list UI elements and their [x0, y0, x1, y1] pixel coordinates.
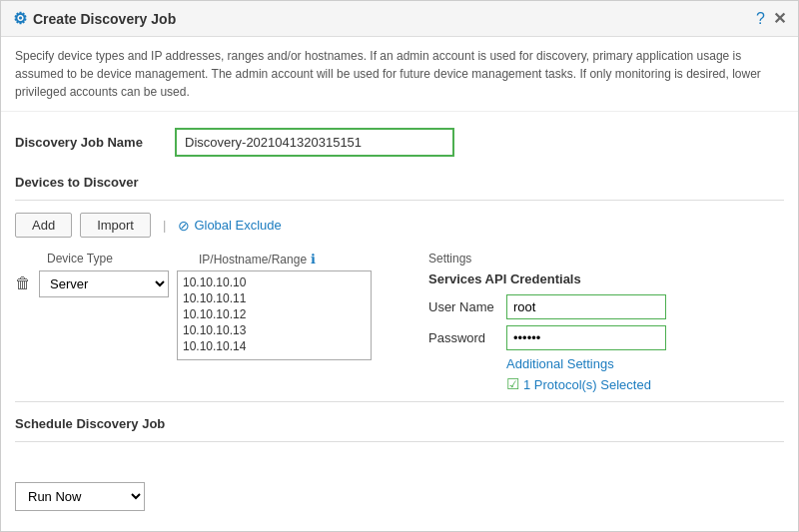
protocols-checkbox[interactable]: ☑ [506, 375, 519, 393]
ip-list-item: 10.10.10.14 [181, 338, 368, 354]
devices-divider [15, 200, 784, 201]
password-label: Password [428, 330, 498, 345]
protocols-selected-row: ☑ 1 Protocol(s) Selected [506, 375, 784, 393]
run-now-select[interactable]: Run Now [15, 482, 145, 511]
schedule-bottom-divider [15, 441, 784, 442]
device-type-col-header: Device Type [47, 252, 187, 266]
dialog-header-left: ⚙ Create Discovery Job [13, 9, 176, 28]
settings-icon: ⚙ [13, 9, 27, 28]
schedule-divider [15, 401, 784, 402]
password-input[interactable] [506, 325, 666, 350]
username-input[interactable] [506, 294, 666, 319]
ip-list-item: 10.10.10.11 [181, 290, 368, 306]
ip-col-header: IP/Hostname/Range ℹ [199, 252, 399, 266]
devices-to-discover-section: Devices to Discover Add Import | ⊘ Globa… [15, 175, 784, 393]
ip-list-item: 10.10.10.10 [181, 274, 368, 290]
discovery-job-name-row: Discovery Job Name [15, 128, 784, 157]
global-exclude-link[interactable]: ⊘ Global Exclude [178, 218, 281, 234]
create-discovery-job-dialog: ⚙ Create Discovery Job ? ✕ Specify devic… [0, 0, 799, 532]
protocols-text[interactable]: 1 Protocol(s) Selected [523, 377, 651, 392]
device-type-select[interactable]: Server [39, 270, 169, 297]
ip-list-item: 10.10.10.12 [181, 306, 368, 322]
password-row: Password [428, 325, 784, 350]
dialog-header-right: ? ✕ [756, 9, 786, 28]
import-button[interactable]: Import [80, 213, 151, 238]
add-button[interactable]: Add [15, 213, 72, 238]
close-icon[interactable]: ✕ [773, 9, 786, 28]
footer-area: Run Now [1, 470, 798, 527]
username-label: User Name [428, 299, 498, 314]
global-exclude-label: Global Exclude [194, 218, 281, 233]
devices-action-row: Add Import | ⊘ Global Exclude [15, 213, 784, 238]
dialog-description: Specify device types and IP addresses, r… [1, 37, 798, 112]
schedule-discovery-job-label: Schedule Discovery Job [15, 416, 784, 431]
devices-to-discover-label: Devices to Discover [15, 175, 784, 190]
devices-table-area: Device Type IP/Hostname/Range ℹ 🗑 Server… [15, 252, 784, 393]
ip-list-box[interactable]: 10.10.10.10 10.10.10.11 10.10.10.12 10.1… [177, 270, 372, 360]
username-row: User Name [428, 294, 784, 319]
ip-info-icon[interactable]: ℹ [311, 252, 316, 266]
device-row-data: 🗑 Server 10.10.10.10 10.10.10.11 10.10.1… [15, 270, 399, 360]
credentials-title: Services API Credentials [428, 271, 784, 286]
settings-label: Settings [428, 252, 784, 266]
global-exclude-icon: ⊘ [178, 218, 190, 234]
devices-left-panel: Device Type IP/Hostname/Range ℹ 🗑 Server… [15, 252, 399, 393]
trash-icon[interactable]: 🗑 [15, 274, 31, 292]
device-row-header: Device Type IP/Hostname/Range ℹ [15, 252, 399, 266]
schedule-section: Schedule Discovery Job [15, 401, 784, 442]
run-now-wrapper: Run Now [15, 482, 784, 511]
ip-list-item: 10.10.10.13 [181, 322, 368, 338]
dialog-body: Discovery Job Name Devices to Discover A… [1, 112, 798, 470]
devices-right-panel: Settings Services API Credentials User N… [428, 252, 784, 393]
discovery-job-name-input[interactable] [175, 128, 454, 157]
discovery-job-name-label: Discovery Job Name [15, 135, 175, 150]
dialog-title: Create Discovery Job [33, 11, 176, 27]
separator: | [163, 218, 166, 233]
dialog-header: ⚙ Create Discovery Job ? ✕ [1, 1, 798, 37]
additional-settings-link[interactable]: Additional Settings [506, 356, 784, 371]
help-icon[interactable]: ? [756, 10, 765, 28]
